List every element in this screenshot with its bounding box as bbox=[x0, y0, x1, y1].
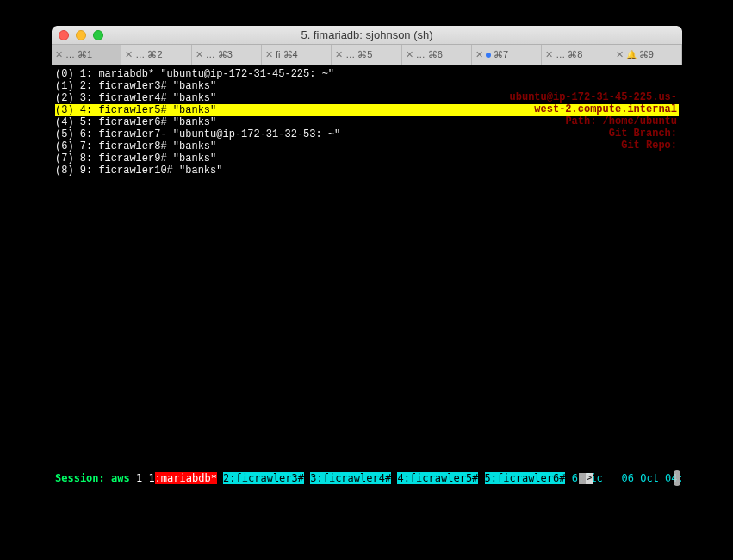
tab-5[interactable]: ✕… ⌘5 bbox=[332, 45, 401, 65]
hud-host: ubuntu@ip-172-31-45-225.us- bbox=[510, 91, 677, 103]
tab-6[interactable]: ✕… ⌘6 bbox=[402, 45, 472, 65]
tab-label: fi ⌘4 bbox=[276, 49, 298, 60]
status-w2[interactable]: 2:ficrawler3# bbox=[223, 472, 304, 484]
window-title: 5. fimariadb: sjohnson (sh) bbox=[52, 28, 682, 41]
tab-label: … ⌘2 bbox=[135, 49, 162, 60]
tab-bar: ✕… ⌘1✕… ⌘2✕… ⌘3✕fi ⌘4✕… ⌘5✕… ⌘6✕⌘7✕… ⌘8✕… bbox=[52, 45, 682, 65]
bell-icon: 🔔 bbox=[626, 50, 637, 59]
window-list-item[interactable]: (0) 1: mariabdb* "ubuntu@ip-172-31-45-22… bbox=[55, 68, 679, 80]
tab-label: ⌘7 bbox=[494, 49, 508, 60]
scrollbar-thumb[interactable] bbox=[674, 470, 680, 486]
status-w1[interactable]: :mariabdb* bbox=[155, 472, 217, 484]
tab-8[interactable]: ✕… ⌘8 bbox=[542, 45, 612, 65]
status-w3[interactable]: 3:ficrawler4# bbox=[310, 472, 391, 484]
tab-1[interactable]: ✕… ⌘1 bbox=[52, 45, 121, 65]
hud-overlay: ubuntu@ip-172-31-45-225.us- west-2.compu… bbox=[510, 91, 677, 152]
terminal-window: 5. fimariadb: sjohnson (sh) ✕… ⌘1✕… ⌘2✕…… bbox=[52, 26, 682, 498]
tab-7[interactable]: ✕⌘7 bbox=[472, 45, 542, 65]
window-list-item[interactable]: (1) 2: ficrawler3# "banks" bbox=[55, 80, 679, 92]
cursor-block bbox=[579, 473, 586, 484]
hud-path: Path: /home/ubuntu bbox=[510, 115, 677, 128]
hud-repo: Git Repo: bbox=[510, 140, 677, 152]
close-tab-icon[interactable]: ✕ bbox=[545, 49, 553, 60]
close-tab-icon[interactable]: ✕ bbox=[616, 49, 624, 60]
close-tab-icon[interactable]: ✕ bbox=[196, 49, 203, 60]
close-tab-icon[interactable]: ✕ bbox=[265, 49, 273, 60]
window-list-item[interactable]: (7) 8: ficrawler9# "banks" bbox=[55, 152, 679, 165]
tab-2[interactable]: ✕… ⌘2 bbox=[121, 45, 191, 65]
unread-dot-icon bbox=[486, 53, 491, 58]
close-tab-icon[interactable]: ✕ bbox=[406, 49, 413, 60]
tab-9[interactable]: ✕🔔⌘9 bbox=[612, 45, 682, 65]
status-w1-pre: 1 bbox=[148, 472, 154, 484]
close-tab-icon[interactable]: ✕ bbox=[475, 49, 483, 60]
session-count: 1 bbox=[136, 472, 148, 484]
tab-label: … ⌘1 bbox=[65, 49, 92, 60]
status-gt: > bbox=[586, 473, 593, 484]
tab-label: ⌘9 bbox=[639, 49, 654, 60]
tab-4[interactable]: ✕fi ⌘4 bbox=[262, 45, 332, 65]
close-tab-icon[interactable]: ✕ bbox=[335, 49, 343, 60]
tab-label: … ⌘3 bbox=[206, 49, 233, 60]
hud-branch: Git Branch: bbox=[510, 128, 677, 140]
close-tab-icon[interactable]: ✕ bbox=[55, 49, 63, 60]
terminal-content[interactable]: (0) 1: mariabdb* "ubuntu@ip-172-31-45-22… bbox=[52, 65, 682, 498]
close-tab-icon[interactable]: ✕ bbox=[125, 49, 133, 60]
window-list-item[interactable]: (8) 9: ficrawler10# "banks" bbox=[55, 165, 679, 177]
hud-host2: west-2.compute.internal bbox=[510, 103, 677, 115]
status-w4[interactable]: 4:ficrawler5# bbox=[397, 472, 478, 484]
tab-label: … ⌘6 bbox=[416, 49, 443, 60]
tab-label: … ⌘5 bbox=[345, 49, 372, 60]
status-w5[interactable]: 5:ficrawler6# bbox=[485, 472, 566, 484]
session-label: Session: aws bbox=[55, 472, 136, 484]
tab-label: … ⌘8 bbox=[556, 49, 582, 60]
titlebar: 5. fimariadb: sjohnson (sh) bbox=[52, 26, 682, 45]
tab-3[interactable]: ✕… ⌘3 bbox=[192, 45, 262, 65]
